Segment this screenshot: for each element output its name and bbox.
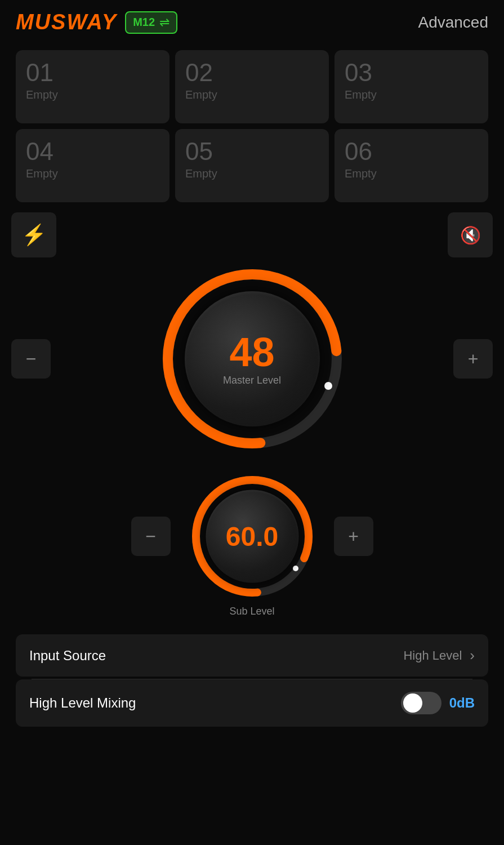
preset-grid: 01 Empty 02 Empty 03 Empty 04 Empty 05 E… (0, 45, 504, 212)
preset-name-6: Empty (345, 167, 478, 180)
logo-area: MUSWAY M12 ⇌ (16, 10, 177, 34)
power-button[interactable]: ⚡ (11, 212, 56, 257)
high-level-mixing-right: 0dB (401, 692, 475, 714)
master-knob-inner: 48 Master Level (185, 291, 320, 426)
sub-knob[interactable]: 60.0 (188, 472, 317, 601)
preset-card-1[interactable]: 01 Empty (16, 50, 170, 123)
master-section: − 48 Master Level + (11, 263, 493, 455)
device-label: M12 (133, 16, 155, 29)
sub-minus-icon: − (145, 526, 156, 547)
master-value: 48 (229, 332, 274, 372)
preset-name-2: Empty (185, 88, 319, 101)
preset-number-2: 02 (185, 60, 319, 85)
sub-controls: − 60.0 + (11, 472, 493, 601)
preset-number-4: 04 (26, 139, 159, 164)
mute-button[interactable]: 🔇 (448, 212, 493, 257)
master-label: Master Level (223, 375, 281, 386)
sub-knob-inner: 60.0 (206, 490, 298, 583)
sub-plus-icon: + (348, 526, 359, 547)
preset-card-4[interactable]: 04 Empty (16, 129, 170, 202)
chevron-right-icon: › (470, 647, 475, 664)
sub-increase-button[interactable]: + (334, 517, 373, 556)
preset-number-5: 05 (185, 139, 319, 164)
plus-icon: + (468, 349, 479, 370)
preset-name-1: Empty (26, 88, 159, 101)
db-value: 0dB (449, 695, 475, 711)
bluetooth-icon: ⇌ (159, 15, 170, 30)
header: MUSWAY M12 ⇌ Advanced (0, 0, 504, 45)
sub-decrease-button[interactable]: − (131, 517, 171, 556)
preset-card-3[interactable]: 03 Empty (334, 50, 488, 123)
settings-section: Input Source High Level › High Level Mix… (0, 634, 504, 727)
logo: MUSWAY (16, 10, 117, 34)
mute-icon: 🔇 (460, 225, 481, 245)
sub-section: − 60.0 + Sub Level (11, 472, 493, 617)
master-decrease-button[interactable]: − (11, 339, 51, 379)
high-level-mixing-row: High Level Mixing 0dB (16, 679, 488, 727)
high-level-mixing-label: High Level Mixing (29, 695, 136, 711)
input-source-value: High Level (403, 648, 462, 663)
controls-area: ⚡ 🔇 − 48 Mast (0, 212, 504, 617)
preset-card-5[interactable]: 05 Empty (175, 129, 329, 202)
preset-number-1: 01 (26, 60, 159, 85)
input-source-right: High Level › (403, 647, 475, 664)
master-controls: − 48 Master Level + (11, 263, 493, 455)
high-level-mixing-toggle[interactable] (401, 692, 441, 714)
svg-point-2 (324, 382, 332, 390)
sub-value: 60.0 (226, 523, 278, 550)
preset-card-6[interactable]: 06 Empty (334, 129, 488, 202)
preset-number-3: 03 (345, 60, 478, 85)
sub-label: Sub Level (229, 606, 274, 617)
input-source-row[interactable]: Input Source High Level › (16, 634, 488, 677)
preset-card-2[interactable]: 02 Empty (175, 50, 329, 123)
power-icon: ⚡ (21, 223, 47, 247)
master-knob[interactable]: 48 Master Level (157, 263, 348, 455)
preset-name-4: Empty (26, 167, 159, 180)
preset-name-5: Empty (185, 167, 319, 180)
preset-number-6: 06 (345, 139, 478, 164)
advanced-button[interactable]: Advanced (418, 14, 488, 32)
preset-name-3: Empty (345, 88, 478, 101)
top-icons-row: ⚡ 🔇 (11, 212, 493, 263)
master-increase-button[interactable]: + (453, 339, 493, 379)
toggle-thumb (403, 693, 422, 713)
svg-point-5 (293, 566, 298, 571)
device-badge: M12 ⇌ (125, 11, 177, 34)
input-source-label: Input Source (29, 648, 106, 664)
minus-icon: − (26, 349, 37, 370)
